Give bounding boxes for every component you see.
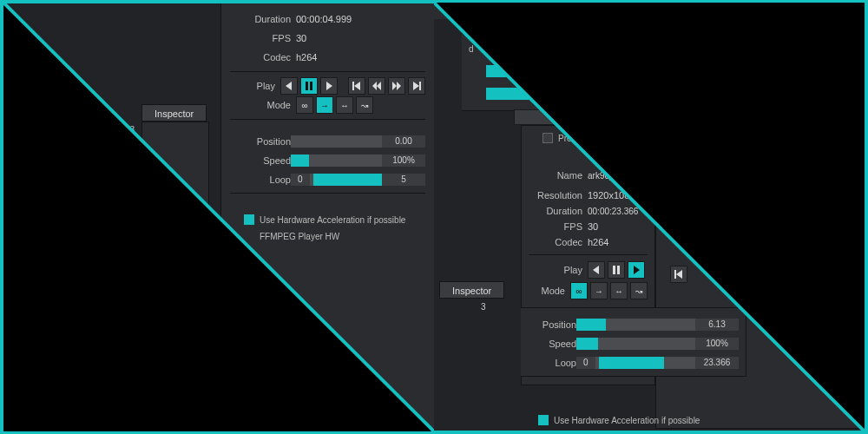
collapse-icon[interactable] [63, 236, 70, 240]
forward-mode-button[interactable]: → [316, 96, 333, 114]
scenes-edit-button[interactable]: Edit [819, 87, 857, 102]
svg-rect-1 [306, 82, 308, 90]
inspector-tab[interactable]: Inspector [439, 281, 504, 299]
pingpong-mode-button[interactable]: ↔ [610, 282, 628, 299]
duration-label: Duration [230, 14, 291, 24]
preview-checkbox[interactable]: Preview [542, 133, 648, 143]
scene-name: Scene-1 [666, 151, 746, 161]
fps-value: 30 [296, 33, 306, 43]
forward-mode-button[interactable]: → [590, 282, 608, 299]
fade-value: Fade: 0 [699, 135, 728, 145]
playback-sliders: Position 6.13 Speed 100% Loop 0 23.366 [521, 307, 746, 377]
scene-card-2[interactable]: Fade: 0 ✻ Scene-2 [755, 131, 837, 183]
scene-name: Scene-2 [756, 151, 836, 161]
scenes-panel: Scenes / Cues Edit 1 2 Fade: 0 ✻ Scene-1… [655, 82, 865, 429]
play-icon [760, 137, 765, 144]
scenes-title: Scenes / Cues [677, 89, 742, 99]
color-slider-b[interactable]: 100% [469, 87, 643, 101]
mode-label: Mode [230, 100, 291, 110]
random-mode-button[interactable]: ↝ [356, 96, 373, 114]
preset-dropdown[interactable] [514, 109, 635, 125]
loop-slider[interactable]: Loop 0 5 [230, 172, 425, 187]
position-slider[interactable]: Position 0.00 [230, 134, 425, 149]
readout-small: 3 [481, 302, 486, 312]
play-label: Play [230, 81, 275, 91]
pause-button[interactable] [300, 77, 318, 95]
hwaccel-checkbox[interactable]: Use Hardware Acceleration if possible [538, 415, 700, 425]
skip-start-button[interactable] [670, 266, 687, 283]
mixer-slot-3[interactable]: 100% [10, 194, 44, 207]
play-icon [669, 137, 674, 144]
gear-icon[interactable]: ✻ [735, 135, 742, 145]
scenes-tab-2[interactable]: 2 [136, 249, 216, 266]
mixer-slot-1[interactable]: 100% [10, 114, 44, 128]
scenes-tab-2[interactable]: 2 [760, 105, 865, 122]
speed-slider[interactable]: Speed 100% [230, 153, 425, 168]
pause-button[interactable] [608, 261, 625, 279]
svg-marker-15 [634, 266, 640, 274]
color-slider-g[interactable]: 100% [469, 64, 643, 78]
name-label: Name [529, 170, 582, 181]
player-panel: Duration00:00:04.999 FPS30 Codech264 Pla… [220, 3, 434, 429]
scenes-tab-1[interactable]: 1 [56, 249, 136, 266]
fade-value: Fade: 0 [789, 135, 819, 145]
svg-rect-13 [613, 266, 615, 274]
svg-marker-8 [392, 82, 397, 90]
readout-small: 13 [125, 125, 135, 135]
pingpong-mode-button[interactable]: ↔ [336, 96, 353, 114]
svg-marker-10 [413, 82, 419, 90]
color-slider-r[interactable]: d 100% [469, 42, 643, 56]
rewind-button[interactable] [368, 77, 385, 95]
prev-frame-button[interactable] [280, 77, 298, 95]
mode-buttons: ∞ → ↔ ↝ [570, 282, 648, 299]
svg-marker-7 [377, 82, 381, 90]
fps-label: FPS [529, 221, 582, 232]
hwaccel-checkbox[interactable]: Use Hardware Acceleration if possible [244, 214, 425, 225]
scenes-tab-1[interactable]: 1 [656, 105, 760, 122]
mixer-dropdown-2[interactable] [10, 171, 44, 187]
left-screenshot: 100% 100% 100% 13 Inspector Duration00:0… [3, 3, 434, 431]
svg-rect-4 [352, 82, 354, 90]
skip-start-button[interactable] [348, 77, 365, 95]
loop-slider[interactable]: Loop 0 23.366 [528, 355, 739, 371]
rgb-sliders: d 100% 100% 100% [462, 33, 651, 111]
dur-value: 00:00:23.366 [588, 207, 638, 216]
next-frame-button[interactable] [320, 77, 338, 95]
loop-mode-button[interactable]: ∞ [570, 282, 588, 299]
position-slider[interactable]: Position 6.13 [528, 317, 739, 332]
scene-card-1[interactable]: Fade: 0 ✻ Scene-1 [665, 131, 746, 183]
speed-slider[interactable]: Speed 100% [528, 336, 739, 352]
svg-rect-11 [419, 82, 421, 90]
add-scene-button[interactable]: ＋ [95, 275, 177, 327]
inspector-tab[interactable]: Inspector [141, 104, 207, 122]
checkbox-checked-icon [538, 415, 549, 425]
svg-rect-16 [674, 270, 676, 279]
play-button[interactable] [628, 261, 645, 279]
codec-label: Codec [529, 237, 582, 247]
prev-frame-button[interactable] [588, 261, 605, 279]
skip-buttons [670, 266, 687, 283]
svg-marker-9 [397, 82, 401, 90]
random-mode-button[interactable]: ↝ [630, 282, 648, 299]
mixer-dropdown-1[interactable] [10, 131, 44, 147]
blend-mode-value: Add [712, 7, 727, 16]
collapse-icon[interactable] [663, 92, 670, 96]
gear-icon[interactable]: ✻ [825, 135, 832, 145]
codec-value: h264 [588, 237, 608, 247]
svg-marker-12 [593, 266, 599, 274]
left-mixer-column: 100% 100% 100% [5, 106, 49, 227]
mixer-slot-2[interactable]: 100% [10, 154, 44, 168]
skip-end-button[interactable] [408, 77, 425, 95]
blend-mode-label: nd mode [669, 7, 703, 16]
svg-marker-0 [286, 82, 292, 90]
scenes-edit-button[interactable]: Edit [172, 231, 209, 246]
svg-marker-6 [372, 82, 377, 90]
mode-buttons: ∞ → ↔ ↝ [296, 96, 373, 114]
loop-mode-button[interactable]: ∞ [296, 96, 313, 114]
mode-label: Mode [529, 286, 565, 296]
misc-value: 00 [588, 150, 598, 161]
scenes-title: Scenes / Cues [77, 233, 142, 243]
ffwd-button[interactable] [388, 77, 405, 95]
play-label: Play [529, 265, 582, 275]
res-label: Resolution [529, 190, 582, 201]
